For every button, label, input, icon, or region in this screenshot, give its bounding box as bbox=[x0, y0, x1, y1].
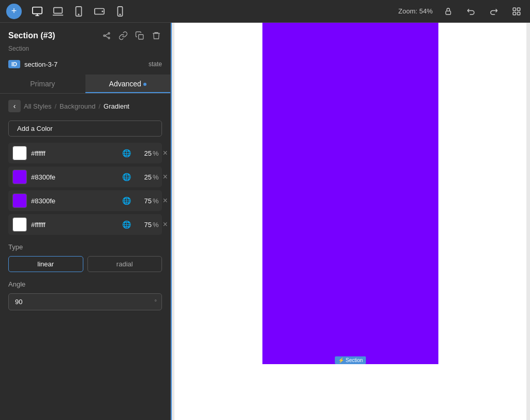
color-hex-1[interactable] bbox=[31, 149, 118, 157]
device-laptop[interactable] bbox=[51, 4, 65, 19]
percent-sign-4: % bbox=[153, 221, 159, 229]
color-row-2: 🌐 % × bbox=[8, 167, 162, 187]
canvas-section[interactable]: ⚡ Section bbox=[262, 23, 438, 364]
pages-icon[interactable] bbox=[509, 4, 524, 19]
device-mobile[interactable] bbox=[113, 4, 127, 19]
svg-point-5 bbox=[102, 11, 102, 11]
remove-color-1[interactable]: × bbox=[163, 149, 168, 157]
link-icon[interactable] bbox=[117, 30, 129, 41]
back-button[interactable]: ‹ bbox=[8, 100, 21, 112]
color-row-4: 🌐 % × bbox=[8, 214, 162, 235]
angle-input-wrap: ° bbox=[8, 293, 162, 310]
tabs-row: Primary Advanced bbox=[0, 74, 170, 94]
globe-icon-2[interactable]: 🌐 bbox=[122, 173, 131, 181]
remove-color-4[interactable]: × bbox=[163, 220, 168, 229]
svg-rect-16 bbox=[139, 35, 143, 39]
type-section: Type linear radial bbox=[0, 235, 170, 276]
color-hex-4[interactable] bbox=[31, 221, 118, 229]
percent-input-1[interactable] bbox=[135, 149, 152, 157]
tab-advanced[interactable]: Advanced bbox=[85, 74, 171, 93]
breadcrumb-gradient[interactable]: Gradient bbox=[104, 102, 129, 110]
device-tablet-landscape[interactable] bbox=[92, 4, 107, 19]
percent-wrap-4: % bbox=[135, 221, 159, 229]
device-desktop[interactable] bbox=[30, 4, 45, 19]
svg-rect-8 bbox=[446, 11, 450, 14]
breadcrumb-background[interactable]: Background bbox=[60, 102, 95, 110]
canvas-page: ⚡ Section bbox=[174, 23, 526, 420]
svg-point-14 bbox=[108, 33, 110, 34]
svg-point-3 bbox=[78, 14, 79, 14]
svg-point-7 bbox=[120, 14, 120, 14]
section-header: Section (#3) bbox=[0, 23, 170, 56]
redo-icon[interactable] bbox=[487, 4, 501, 19]
lock-icon[interactable] bbox=[441, 4, 455, 19]
breadcrumb: ‹ All Styles / Background / Gradient bbox=[0, 94, 170, 118]
svg-point-15 bbox=[108, 37, 110, 39]
breadcrumb-sep-2: / bbox=[98, 102, 100, 110]
color-hex-3[interactable] bbox=[31, 197, 118, 205]
toolbar-left: + bbox=[6, 4, 127, 19]
color-row-3: 🌐 % × bbox=[8, 190, 162, 211]
add-color-button[interactable]: Add a Color bbox=[8, 121, 162, 137]
id-input[interactable] bbox=[24, 61, 144, 68]
color-swatch-1[interactable] bbox=[12, 146, 27, 160]
angle-label: Angle bbox=[8, 280, 162, 288]
tab-advanced-dot bbox=[143, 83, 146, 86]
svg-rect-1 bbox=[54, 7, 63, 13]
main-area: Section (#3) bbox=[0, 23, 530, 420]
breadcrumb-all-styles[interactable]: All Styles bbox=[24, 102, 51, 110]
canvas-area[interactable]: ⚡ Section bbox=[171, 23, 530, 420]
remove-color-3[interactable]: × bbox=[163, 197, 168, 205]
type-radial-button[interactable]: radial bbox=[87, 256, 163, 272]
connect-icon[interactable] bbox=[101, 30, 112, 41]
section-actions bbox=[101, 30, 162, 41]
canvas-content: ⚡ Section bbox=[171, 23, 530, 420]
percent-wrap-2: % bbox=[135, 173, 159, 181]
breadcrumb-sep-1: / bbox=[54, 102, 56, 110]
remove-color-2[interactable]: × bbox=[163, 173, 168, 181]
globe-icon-3[interactable]: 🌐 bbox=[122, 197, 131, 205]
percent-input-4[interactable] bbox=[135, 221, 152, 229]
type-buttons: linear radial bbox=[8, 256, 162, 272]
top-toolbar: + bbox=[0, 0, 530, 23]
percent-wrap-1: % bbox=[135, 149, 159, 157]
svg-rect-10 bbox=[518, 8, 520, 10]
angle-section: Angle ° bbox=[0, 276, 170, 319]
globe-icon-4[interactable]: 🌐 bbox=[122, 220, 131, 229]
section-title: Section (#3) bbox=[8, 31, 55, 40]
id-row: ID state bbox=[0, 56, 170, 74]
type-linear-button[interactable]: linear bbox=[8, 256, 83, 272]
delete-icon[interactable] bbox=[151, 30, 162, 41]
svg-rect-11 bbox=[513, 12, 516, 14]
id-badge: ID bbox=[8, 60, 20, 68]
angle-input[interactable] bbox=[8, 293, 162, 310]
color-swatch-4[interactable] bbox=[12, 217, 27, 232]
svg-rect-9 bbox=[513, 8, 516, 10]
device-tablet[interactable] bbox=[71, 4, 86, 19]
undo-icon[interactable] bbox=[464, 4, 478, 19]
globe-icon-1[interactable]: 🌐 bbox=[122, 149, 131, 157]
tab-primary[interactable]: Primary bbox=[0, 74, 85, 93]
toolbar-right: Zoom: 54% bbox=[399, 4, 524, 19]
percent-wrap-3: % bbox=[135, 197, 159, 205]
color-row-1: 🌐 % × bbox=[8, 143, 162, 163]
color-swatch-3[interactable] bbox=[12, 193, 27, 208]
section-type: Section bbox=[8, 45, 29, 52]
color-swatch-2[interactable] bbox=[12, 170, 27, 184]
device-icons bbox=[30, 4, 127, 19]
percent-sign-1: % bbox=[153, 149, 159, 157]
svg-rect-0 bbox=[33, 7, 42, 13]
percent-input-2[interactable] bbox=[135, 173, 152, 181]
section-title-row: Section (#3) bbox=[8, 30, 162, 41]
state-button[interactable]: state bbox=[149, 61, 162, 68]
add-button[interactable]: + bbox=[6, 4, 22, 19]
color-hex-2[interactable] bbox=[31, 173, 118, 181]
zoom-label: Zoom: 54% bbox=[399, 7, 433, 15]
percent-sign-2: % bbox=[153, 173, 159, 181]
percent-sign-3: % bbox=[153, 197, 159, 205]
type-label: Type bbox=[8, 243, 162, 251]
angle-degree-symbol: ° bbox=[154, 298, 157, 306]
duplicate-icon[interactable] bbox=[134, 30, 145, 41]
color-rows: 🌐 % × 🌐 % × bbox=[0, 143, 170, 235]
percent-input-3[interactable] bbox=[135, 197, 152, 205]
